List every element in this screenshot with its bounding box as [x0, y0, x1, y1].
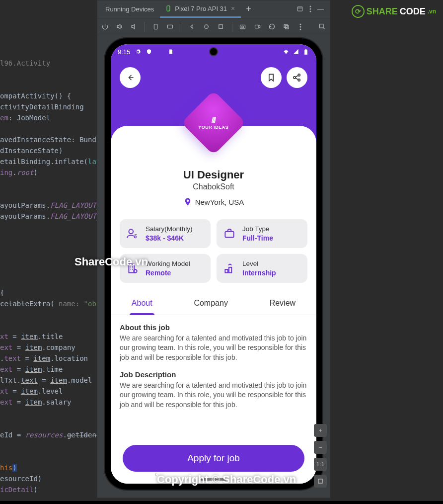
job-location: NewYork, USA: [111, 196, 316, 207]
about-content: About this job We are searching for a ta…: [111, 315, 316, 410]
model-card: Working Model Remote: [120, 254, 211, 283]
sim-icon: [168, 49, 174, 55]
nav-overview-icon[interactable]: [217, 23, 224, 31]
arrow-left-icon: [125, 73, 135, 83]
wifi-icon: [283, 48, 290, 55]
svg-rect-31: [229, 267, 231, 273]
level-icon: [223, 262, 236, 275]
zoom-ratio-button[interactable]: 1:1: [314, 458, 327, 471]
zoom-in-button[interactable]: +: [314, 424, 327, 437]
nav-back-icon[interactable]: [188, 23, 196, 31]
power-icon[interactable]: [101, 23, 109, 31]
editor-code-background: l96.Activity ompatActivity() { ctivityDe…: [0, 0, 99, 504]
share-button[interactable]: [287, 67, 307, 88]
volume-up-icon[interactable]: [116, 23, 123, 31]
panel-title: Running Devices: [100, 5, 159, 13]
zoom-out-button[interactable]: −: [314, 441, 327, 454]
svg-rect-20: [304, 50, 307, 55]
device-tab[interactable]: Pixel 7 Pro API 31 ×: [160, 0, 241, 18]
gear-icon: [135, 49, 141, 55]
emulator-toolbar: [97, 18, 330, 35]
signal-icon: [293, 48, 299, 55]
svg-point-17: [300, 26, 301, 27]
building-icon: [126, 262, 139, 275]
toolbar-more-icon[interactable]: [297, 23, 304, 31]
shield-icon: [146, 49, 152, 55]
svg-rect-15: [285, 26, 288, 29]
tab-review[interactable]: Review: [268, 295, 297, 315]
snapshot-back-icon[interactable]: [268, 23, 276, 31]
svg-rect-21: [305, 49, 306, 50]
rotate-left-icon[interactable]: [152, 23, 159, 31]
desc-heading: Job Description: [120, 370, 307, 379]
rotate-right-icon[interactable]: [166, 23, 174, 31]
svg-point-4: [310, 6, 311, 7]
detail-sheet: UI Designer ChabokSoft NewYork, USA $ Sa…: [111, 126, 316, 484]
status-time: 9:15: [118, 48, 130, 56]
bookmark-icon: [266, 73, 276, 83]
bookmark-button[interactable]: [261, 67, 282, 88]
nav-home-icon[interactable]: [203, 23, 210, 31]
detail-tabs: About Company Review: [111, 288, 316, 315]
svg-point-6: [310, 11, 311, 12]
pin-icon: [183, 196, 192, 207]
phone-frame: 9:15: [105, 38, 322, 490]
svg-point-18: [300, 28, 301, 30]
svg-rect-32: [318, 479, 322, 483]
system-back-icon[interactable]: ‹: [154, 470, 157, 479]
gesture-bar: [201, 478, 226, 481]
phone-screen: 9:15: [111, 44, 316, 484]
volume-down-icon[interactable]: [130, 23, 138, 31]
more-icon[interactable]: [309, 5, 311, 12]
salary-card: $ Salary(Monthly) $38k - $46K: [120, 219, 211, 248]
screenshot-icon[interactable]: [239, 23, 246, 31]
svg-point-9: [205, 25, 209, 29]
desc-body: We are searching for a talented and moti…: [120, 381, 307, 410]
company-name: ChabokSoft: [111, 182, 316, 191]
level-card: Level Internship: [217, 254, 307, 283]
svg-rect-10: [219, 25, 223, 29]
svg-rect-30: [225, 269, 227, 273]
about-heading: About this job: [120, 323, 307, 332]
running-devices-panel: Running Devices Pixel 7 Pro API 31 × + —: [97, 0, 330, 498]
download-icon: [157, 49, 163, 55]
svg-point-29: [134, 269, 137, 273]
panel-tabbar: Running Devices Pixel 7 Pro API 31 × + —: [97, 0, 330, 18]
svg-rect-27: [225, 232, 233, 238]
sharecode-logo: ⟳ SHARECODE.vn: [352, 5, 436, 18]
svg-rect-14: [284, 24, 287, 27]
svg-point-5: [310, 8, 311, 10]
svg-rect-7: [154, 24, 157, 29]
camera-notch: [209, 47, 218, 56]
svg-point-25: [129, 229, 133, 234]
tab-company[interactable]: Company: [192, 295, 229, 315]
back-button[interactable]: [120, 67, 141, 88]
add-tab-button[interactable]: +: [242, 4, 255, 14]
svg-point-16: [300, 23, 301, 25]
salary-icon: $: [126, 227, 139, 240]
device-tab-label: Pixel 7 Pro API 31: [175, 5, 227, 12]
svg-rect-13: [255, 25, 259, 28]
inspector-icon[interactable]: [318, 23, 326, 31]
apply-button[interactable]: Apply for job: [123, 445, 304, 472]
company-logo: /// YOUR IDEAS: [191, 100, 236, 146]
zoom-controls: + − 1:1: [314, 424, 327, 488]
briefcase-icon: [223, 227, 236, 240]
svg-rect-2: [297, 7, 302, 11]
zoom-fit-button[interactable]: [314, 475, 327, 488]
window-icon[interactable]: [296, 5, 303, 12]
svg-rect-11: [240, 25, 245, 29]
record-icon[interactable]: [254, 23, 261, 31]
share-icon: [292, 73, 302, 83]
svg-point-12: [242, 26, 244, 28]
svg-rect-8: [168, 25, 173, 28]
tab-about[interactable]: About: [130, 295, 154, 315]
close-icon[interactable]: ×: [230, 4, 236, 12]
bottom-bar: [0, 501, 443, 504]
about-body: We are searching for a talented and moti…: [120, 334, 307, 362]
jobtype-card: Job Type Full-Time: [217, 219, 307, 248]
battery-icon: [302, 48, 309, 55]
snapshot-layers-icon[interactable]: [283, 23, 290, 31]
minimize-icon[interactable]: —: [317, 5, 324, 13]
svg-text:$: $: [134, 233, 137, 239]
